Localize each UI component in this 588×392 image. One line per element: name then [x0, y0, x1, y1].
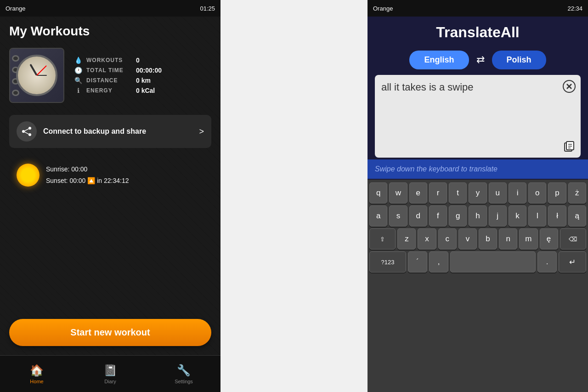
key-k[interactable]: k — [509, 205, 526, 227]
svg-rect-9 — [566, 142, 574, 150]
distance-value: 0 km — [136, 77, 151, 84]
key-h[interactable]: h — [469, 205, 486, 227]
nav-home[interactable]: 🏠 Home — [0, 356, 74, 392]
key-d[interactable]: d — [409, 205, 427, 227]
sunrise-row: Sunrise: 00:00 — [46, 164, 129, 175]
time-icon: 🕐 — [74, 67, 83, 74]
key-w[interactable]: w — [389, 182, 407, 204]
settings-icon: 🔧 — [177, 364, 191, 377]
key-b[interactable]: b — [479, 228, 497, 250]
clipboard-button[interactable] — [562, 139, 576, 153]
svg-line-4 — [25, 132, 29, 134]
shift-key[interactable]: ⇧ — [369, 228, 396, 250]
key-m[interactable]: m — [519, 228, 537, 250]
in-label: in — [97, 177, 102, 184]
key-q[interactable]: q — [369, 182, 387, 204]
left-carrier: Orange — [6, 5, 25, 12]
key-f[interactable]: f — [429, 205, 447, 227]
key-a-ogonek[interactable]: ą — [568, 205, 586, 227]
workout-stats: 💧 WORKOUTS 0 🕐 TOTAL TIME 00:00:00 🔍 DIS… — [0, 43, 220, 108]
space-key[interactable] — [450, 251, 536, 273]
key-x[interactable]: x — [418, 228, 436, 250]
key-a[interactable]: a — [369, 205, 387, 227]
sunset-time: 00:00 — [69, 177, 85, 184]
backspace-key[interactable]: ⌫ — [560, 228, 586, 250]
key-e[interactable]: e — [409, 182, 427, 204]
stats-table: 💧 WORKOUTS 0 🕐 TOTAL TIME 00:00:00 🔍 DIS… — [74, 48, 211, 103]
key-c[interactable]: c — [438, 228, 457, 250]
energy-icon: ℹ — [74, 87, 83, 94]
numbers-key[interactable]: ?123 — [369, 251, 406, 273]
nav-settings-label: Settings — [175, 379, 193, 384]
distance-icon: 🔍 — [74, 77, 83, 84]
key-t[interactable]: t — [449, 182, 467, 204]
connect-arrow: > — [199, 127, 204, 136]
svg-point-2 — [28, 133, 31, 136]
lang-selector: English ⇄ Polish — [368, 46, 588, 75]
key-comma[interactable]: , — [429, 251, 448, 273]
hint-bar: Swipe down the keyboard to translate — [368, 159, 588, 179]
right-time: 22:34 — [567, 5, 582, 12]
key-r[interactable]: r — [429, 182, 447, 204]
sunrise-time: 00:00 — [71, 165, 87, 173]
sunrise-label: Sunrise: — [46, 165, 69, 173]
energy-label: ENERGY — [86, 87, 132, 94]
key-o[interactable]: o — [528, 182, 546, 204]
stat-time: 🕐 TOTAL TIME 00:00:00 — [74, 67, 211, 74]
up-arrow-icon: 🔼 — [87, 177, 97, 184]
connect-section[interactable]: Connect to backup and share > — [9, 115, 211, 148]
distance-label: DISTANCE — [86, 77, 132, 84]
start-workout-button[interactable]: Start new workout — [9, 319, 211, 346]
key-z[interactable]: z — [397, 228, 416, 250]
key-z-dot[interactable]: ż — [568, 182, 586, 204]
left-panel: Orange 01:25 My Workouts — [0, 0, 220, 392]
key-l[interactable]: l — [528, 205, 546, 227]
stat-distance: 🔍 DISTANCE 0 km — [74, 77, 211, 84]
key-g[interactable]: g — [449, 205, 467, 227]
keyboard: q w e r t y u i o p ż a s d f g h j k l … — [368, 180, 588, 392]
key-l-stroke[interactable]: ł — [548, 205, 566, 227]
return-key[interactable]: ↵ — [559, 251, 586, 273]
clock-face — [16, 55, 57, 96]
right-panel: Orange 22:34 TranslateAll English ⇄ Poli… — [368, 0, 588, 392]
nav-settings[interactable]: 🔧 Settings — [147, 356, 220, 392]
clear-button[interactable] — [562, 80, 576, 93]
total-time-label: TOTAL TIME — [86, 67, 132, 74]
svg-line-3 — [25, 129, 29, 131]
nav-diary[interactable]: 📓 Diary — [74, 356, 147, 392]
stat-energy: ℹ ENERGY 0 kCal — [74, 87, 211, 94]
key-s[interactable]: s — [389, 205, 407, 227]
key-y[interactable]: y — [469, 182, 486, 204]
sun-times: Sunrise: 00:00 Sunset: 00:00 🔼 in 22:34:… — [46, 164, 129, 187]
stat-workouts: 💧 WORKOUTS 0 — [74, 57, 211, 64]
left-time: 01:25 — [200, 5, 215, 12]
input-text: all it takes is a swipe — [381, 81, 474, 93]
swap-languages-button[interactable]: ⇄ — [473, 50, 488, 69]
svg-point-1 — [28, 127, 31, 130]
sun-section: Sunrise: 00:00 Sunset: 00:00 🔼 in 22:34:… — [9, 159, 211, 191]
keyboard-row-2: a s d f g h j k l ł ą — [369, 205, 586, 227]
key-e-ogonek[interactable]: ę — [540, 228, 558, 250]
left-status-bar: Orange 01:25 — [0, 0, 220, 17]
key-n[interactable]: n — [499, 228, 517, 250]
workouts-label: WORKOUTS — [86, 57, 132, 63]
key-i[interactable]: i — [509, 182, 526, 204]
start-btn-area: Start new workout — [0, 319, 220, 346]
total-time-value: 00:00:00 — [136, 67, 162, 74]
lang-from-button[interactable]: English — [409, 51, 469, 69]
translation-input[interactable]: all it takes is a swipe — [375, 75, 581, 158]
key-period[interactable]: . — [537, 251, 557, 273]
key-v[interactable]: v — [458, 228, 477, 250]
diary-icon: 📓 — [103, 364, 117, 377]
nav-home-label: Home — [30, 379, 43, 384]
svg-point-0 — [22, 130, 25, 133]
connect-icon — [17, 121, 37, 142]
sunset-label: Sunset: — [46, 177, 68, 184]
lang-to-button[interactable]: Polish — [492, 51, 546, 69]
key-accent[interactable]: ´ — [408, 251, 427, 273]
key-u[interactable]: u — [489, 182, 507, 204]
key-j[interactable]: j — [489, 205, 507, 227]
key-p[interactable]: p — [548, 182, 566, 204]
home-icon: 🏠 — [30, 364, 44, 377]
nav-diary-label: Diary — [104, 379, 116, 384]
